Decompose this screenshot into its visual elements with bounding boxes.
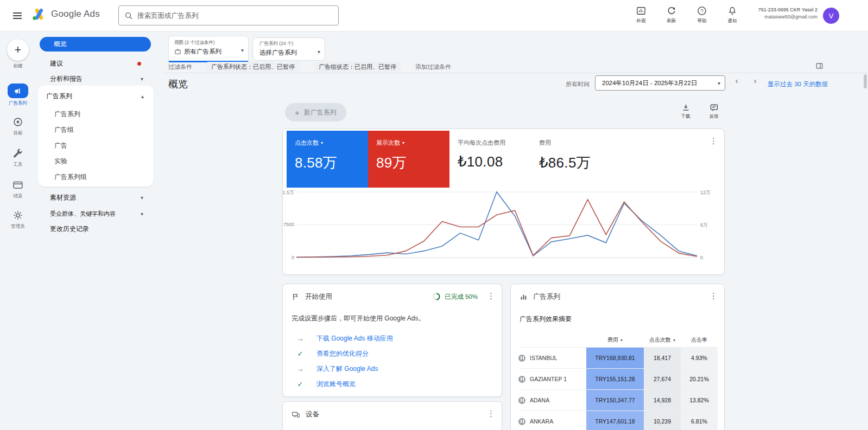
nav-item-overview[interactable]: 概览 bbox=[40, 37, 151, 52]
plus-icon: + bbox=[295, 108, 300, 117]
tools-label: 工具 bbox=[14, 162, 23, 168]
date-prev-button[interactable]: ‹ bbox=[731, 76, 743, 85]
campaigns-card-subtitle: 广告系列效果摘要 bbox=[519, 315, 572, 324]
nav-item-campaigns[interactable]: 广告系列 ▴ bbox=[38, 89, 154, 103]
metric-tile-impressions[interactable]: 展示次数▾ 89万 bbox=[368, 131, 449, 188]
menu-icon[interactable] bbox=[11, 9, 24, 22]
new-campaign-button[interactable]: + 新广告系列 bbox=[285, 103, 346, 121]
date-next-button[interactable]: › bbox=[749, 76, 761, 85]
nav-item-campaign-groups[interactable]: 广告系列组 bbox=[38, 169, 154, 184]
kebab-menu-icon[interactable]: ⋮ bbox=[487, 409, 495, 418]
wrench-icon bbox=[12, 147, 24, 159]
feedback-button[interactable]: 反馈 bbox=[702, 103, 725, 120]
setup-item-link: 下载 Google Ads 移动应用 bbox=[316, 334, 393, 343]
kebab-menu-icon[interactable]: ⋮ bbox=[709, 292, 718, 300]
setup-card-title: 开始使用 bbox=[305, 292, 332, 301]
date-range-label: 所有时间 bbox=[566, 80, 590, 88]
bar-chart-icon bbox=[519, 293, 528, 301]
metric-value: 8.58万 bbox=[295, 153, 368, 172]
clicks-cell: 10,239 bbox=[644, 411, 681, 430]
metric-label: 费用 bbox=[539, 139, 551, 147]
table-row[interactable]: GAZIANTEP 1 TRY155,151.28 27,674 20.21% bbox=[518, 368, 718, 389]
table-row[interactable]: ISTANBUL TRY168,930.81 18,417 4.93% bbox=[518, 347, 718, 368]
account-id: 761-233-0695 CKR Yasel 2 bbox=[736, 7, 818, 12]
nav-item-change-history[interactable]: 更改历史记录 bbox=[40, 222, 151, 236]
feedback-label: 反馈 bbox=[709, 113, 719, 120]
help-button[interactable]: ? 帮助 bbox=[690, 5, 713, 24]
caret-down-icon: ▾ bbox=[241, 47, 244, 53]
setup-item-learn-more[interactable]: → 深入了解 Google Ads bbox=[296, 364, 378, 374]
view-selector[interactable]: 视图 (2 个过滤条件) 所有广告系列 ▾ bbox=[168, 36, 249, 62]
audiences-label: 受众群体、关键字和内容 bbox=[50, 210, 116, 218]
gear-icon bbox=[12, 209, 24, 221]
nav-item-experiments[interactable]: 实验 bbox=[38, 153, 154, 169]
campaigns-label: 广告系列 bbox=[46, 92, 72, 101]
scrollbar-thumb[interactable] bbox=[864, 74, 867, 88]
campaigns-nav-group: 广告系列 ▴ 广告系列 广告组 广告 实验 广告系列组 bbox=[38, 86, 154, 187]
nav-child-label: 广告系列 bbox=[54, 110, 80, 119]
rail-item-tools[interactable]: 工具 bbox=[0, 147, 36, 168]
billing-label: 结算 bbox=[14, 193, 23, 200]
nav-item-insights[interactable]: 分析和报告 ▾ bbox=[40, 72, 151, 86]
campaign-selector[interactable]: 广告系列 (24 个) 选择广告系列 ▾ bbox=[252, 37, 325, 61]
caret-down-icon: ▾ bbox=[718, 80, 720, 86]
panel-toggle-icon[interactable] bbox=[815, 62, 823, 70]
setup-item-link: 查看您的优化得分 bbox=[316, 349, 369, 358]
table-row[interactable]: ADANA TRY150,347.77 14,928 13.82% bbox=[518, 389, 718, 410]
plus-icon: + bbox=[7, 39, 29, 61]
show-last-30-days-link[interactable]: 显示过去 30 天的数据 bbox=[768, 80, 828, 88]
cost-cell: TRY168,930.81 bbox=[586, 348, 644, 368]
nav-item-ads[interactable]: 广告 bbox=[38, 138, 154, 153]
avatar[interactable]: V bbox=[823, 8, 839, 24]
campaigns-card-title: 广告系列 bbox=[533, 292, 560, 301]
google-ads-logo[interactable]: Google Ads bbox=[31, 7, 100, 22]
nav-item-audiences[interactable]: 受众群体、关键字和内容 ▾ bbox=[40, 207, 151, 221]
filter-chip-campaign-status[interactable]: 广告系列状态：已启用、已暂停 bbox=[206, 62, 300, 72]
table-row[interactable]: ANKARA TRY147,601.18 10,239 6.81% bbox=[518, 410, 718, 430]
column-header-clicks[interactable]: 点击次数▾ bbox=[644, 336, 681, 344]
filter-chip-adgroup-status[interactable]: 广告组状态：已启用、已暂停 bbox=[314, 62, 401, 72]
setup-item-download-app[interactable]: → 下载 Google Ads 移动应用 bbox=[296, 334, 393, 343]
column-header-ctr[interactable]: 点击率 bbox=[681, 336, 718, 344]
kebab-menu-icon[interactable]: ⋮ bbox=[709, 137, 718, 145]
rail-item-billing[interactable]: 结算 bbox=[0, 179, 36, 200]
rail-item-campaigns[interactable]: 广告系列 bbox=[0, 84, 36, 107]
caret-down-icon: ▾ bbox=[318, 49, 320, 55]
account-info[interactable]: 761-233-0695 CKR Yasel 2 matasww50@gmail… bbox=[736, 7, 818, 20]
rail-item-goals[interactable]: 目标 bbox=[0, 116, 36, 137]
svg-text:?: ? bbox=[700, 8, 703, 14]
megaphone-icon bbox=[14, 87, 22, 95]
column-header-cost[interactable]: 费用▾ bbox=[586, 336, 644, 344]
ctr-cell: 4.93% bbox=[681, 348, 718, 368]
goals-icon bbox=[12, 116, 24, 128]
metric-label: 点击次数 bbox=[295, 139, 319, 147]
global-search[interactable] bbox=[118, 5, 339, 25]
refresh-button[interactable]: 刷新 bbox=[660, 5, 683, 24]
setup-item-account-overview[interactable]: ✓ 浏览账号概览 bbox=[296, 380, 356, 389]
ctr-cell: 13.82% bbox=[681, 390, 718, 410]
add-filter-button[interactable]: 添加过滤条件 bbox=[415, 63, 451, 71]
clicks-cell: 14,928 bbox=[644, 390, 681, 410]
search-input[interactable] bbox=[137, 12, 333, 20]
nav-item-ad-groups[interactable]: 广告组 bbox=[38, 122, 154, 137]
metric-tile-clicks[interactable]: 点击次数▾ 8.58万 bbox=[287, 131, 368, 188]
clicks-cell: 27,674 bbox=[644, 369, 681, 389]
kebab-menu-icon[interactable]: ⋮ bbox=[487, 292, 495, 300]
nav-item-recommendations[interactable]: 建议 bbox=[40, 56, 151, 70]
campaign-selector-caption: 广告系列 (24 个) bbox=[259, 41, 320, 47]
metric-tile-cost[interactable]: 费用 ₺86.5万 bbox=[531, 131, 612, 188]
rail-item-admin[interactable]: 管理员 bbox=[0, 209, 36, 230]
chevron-down-icon: ▾ bbox=[141, 76, 143, 82]
appearance-button[interactable]: 外观 bbox=[630, 5, 652, 24]
date-range-selector[interactable]: 2024年10月24日 - 2025年3月22日 ▾ bbox=[595, 75, 725, 91]
nav-item-campaigns-sub[interactable]: 广告系列 bbox=[38, 106, 154, 121]
setup-item-optimization-score[interactable]: ✓ 查看您的优化得分 bbox=[296, 349, 369, 358]
nav-item-assets[interactable]: 素材资源 ▾ bbox=[40, 190, 151, 204]
rail-item-create[interactable]: + 创建 bbox=[0, 39, 36, 69]
metric-tile-avg-cpc[interactable]: 平均每次点击费用 ₺10.08 bbox=[449, 131, 531, 188]
y-axis-tick-right: 12万 bbox=[700, 189, 719, 196]
google-ads-app: Google Ads 外观 刷新 ? 帮助 通知 76 bbox=[0, 0, 868, 430]
flag-icon bbox=[292, 293, 300, 301]
performance-chart[interactable]: 1.5万 7500 0 12万 6万 0 2024年10月21日 2025年3月… bbox=[296, 191, 697, 258]
download-button[interactable]: 下载 bbox=[674, 103, 697, 120]
